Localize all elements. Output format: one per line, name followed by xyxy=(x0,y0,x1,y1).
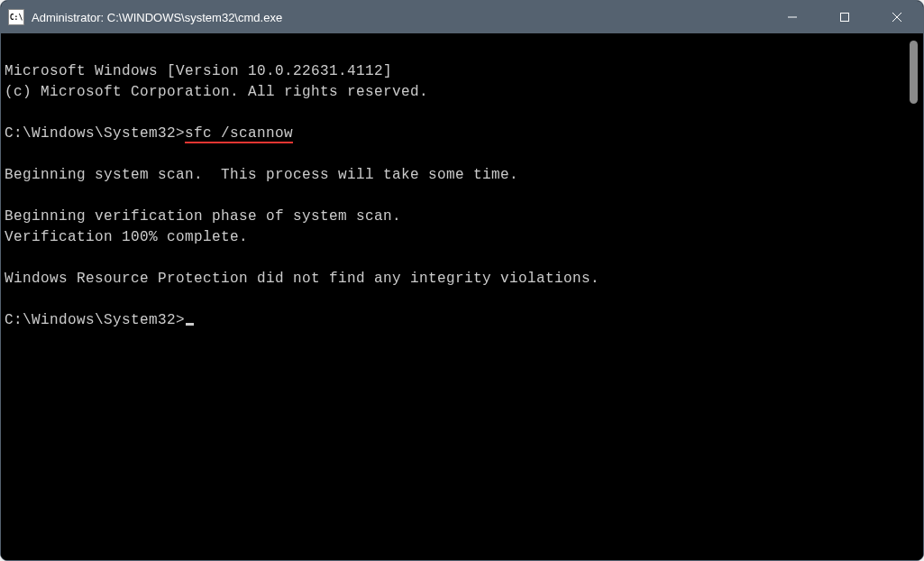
maximize-button[interactable] xyxy=(819,1,871,33)
prompt-line: C:\Windows\System32>sfc /scannow xyxy=(5,124,907,144)
terminal-body[interactable]: Microsoft Windows [Version 10.0.22631.41… xyxy=(1,33,923,560)
output-line: Microsoft Windows [Version 10.0.22631.41… xyxy=(5,61,907,82)
window-controls xyxy=(766,1,923,33)
output-line: Beginning system scan. This process will… xyxy=(5,165,907,186)
scrollbar-thumb[interactable] xyxy=(910,41,918,104)
prompt-path: C:\Windows\System32> xyxy=(5,125,185,142)
blank-line xyxy=(5,103,907,124)
svg-rect-1 xyxy=(841,14,849,22)
blank-line xyxy=(5,186,907,207)
output-line: Windows Resource Protection did not find… xyxy=(5,269,907,290)
prompt-line: C:\Windows\System32> xyxy=(5,310,907,331)
maximize-icon xyxy=(839,12,850,23)
blank-line xyxy=(5,290,907,310)
blank-line xyxy=(5,144,907,165)
command-text: sfc /scannow xyxy=(185,125,293,143)
cmd-icon-text: C:\ xyxy=(10,14,23,22)
window-title: Administrator: C:\WINDOWS\system32\cmd.e… xyxy=(32,11,766,24)
scrollbar[interactable] xyxy=(907,41,919,556)
cursor-icon xyxy=(186,323,194,326)
close-icon xyxy=(892,12,902,23)
output-line: Verification 100% complete. xyxy=(5,227,907,248)
blank-line xyxy=(5,248,907,269)
close-button[interactable] xyxy=(871,1,923,33)
terminal-content: Microsoft Windows [Version 10.0.22631.41… xyxy=(5,41,907,556)
titlebar[interactable]: C:\ Administrator: C:\WINDOWS\system32\c… xyxy=(1,1,923,33)
output-line: (c) Microsoft Corporation. All rights re… xyxy=(5,82,907,103)
minimize-icon xyxy=(787,12,798,23)
output-line: Beginning verification phase of system s… xyxy=(5,207,907,227)
prompt-path: C:\Windows\System32> xyxy=(5,312,185,328)
cmd-icon: C:\ xyxy=(8,9,24,25)
minimize-button[interactable] xyxy=(766,1,819,33)
cmd-window: C:\ Administrator: C:\WINDOWS\system32\c… xyxy=(0,0,924,561)
